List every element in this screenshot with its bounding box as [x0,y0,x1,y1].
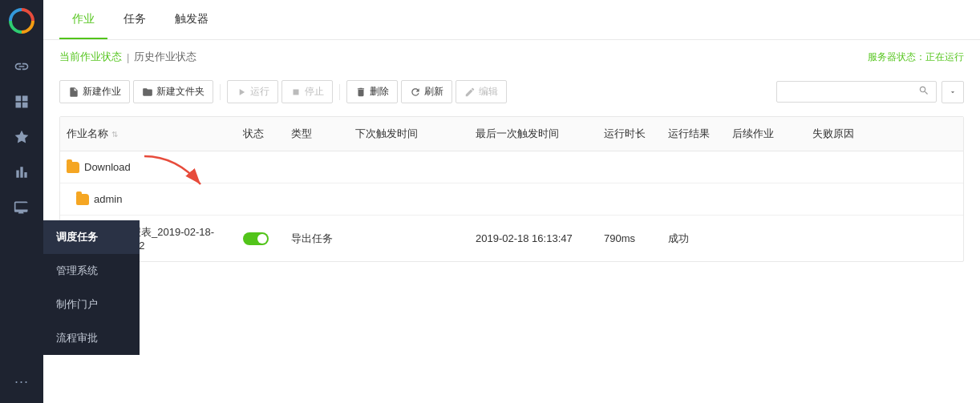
top-nav: 作业 任务 触发器 [43,0,980,40]
row-followup-cell [726,236,806,242]
row-type-cell [285,164,349,171]
sidebar-icon-chart[interactable] [6,156,38,188]
row-last-trigger-cell [469,164,597,171]
col-header-last-trigger: 最后一次触发时间 [469,123,597,144]
row-last-trigger-cell [469,196,597,203]
col-header-followup: 后续作业 [726,123,806,144]
sidebar-more-dots[interactable]: ··· [14,373,29,390]
toolbar: 新建作业 新建文件夹 运行 停止 删除 刷新 [59,74,964,110]
row-type-cell [285,196,349,203]
row-duration-cell [597,196,662,203]
col-header-fail-reason: 失败原因 [806,123,886,144]
server-status-value: 正在运行 [925,51,964,62]
col-header-duration: 运行时长 [597,123,662,144]
col-header-name: 作业名称 ⇅ [60,123,237,144]
menu-item-workflow[interactable]: 流程审批 [43,321,140,355]
table-row[interactable]: ↑ 动态报表_2019-02-18-161342 导出任务 2019-02-18… [60,216,963,261]
main-content: 作业 任务 触发器 当前作业状态 | 历史作业状态 服务器状态：正在运行 新建作… [43,0,980,403]
col-header-type: 类型 [285,123,349,144]
row-result-cell: 成功 [662,228,726,249]
row-next-trigger-cell [349,164,469,171]
row-followup-cell [726,196,806,203]
row-name: Download [84,161,131,173]
sort-icon[interactable]: ⇅ [111,130,118,139]
menu-item-portal[interactable]: 制作门户 [43,288,140,321]
menu-item-manage[interactable]: 管理系统 [43,254,140,288]
new-folder-label: 新建文件夹 [156,85,205,99]
stop-label: 停止 [305,85,324,99]
folder-icon [67,162,79,173]
row-followup-cell [726,164,806,171]
tab-jobs[interactable]: 作业 [59,1,107,39]
row-name-cell: admin [60,190,237,208]
search-dropdown-button[interactable] [942,81,964,103]
col-header-next-trigger: 下次触发时间 [349,123,469,144]
table-row[interactable]: admin [60,183,963,216]
stop-button[interactable]: 停止 [281,80,333,103]
search-icon[interactable] [918,85,929,99]
status-toggle[interactable] [243,232,269,245]
row-name-cell: Download [60,158,237,176]
sidebar-icon-grid[interactable] [6,86,38,118]
edit-label: 编辑 [479,85,498,99]
refresh-label: 刷新 [424,85,443,99]
row-result-cell [662,196,726,203]
new-folder-button[interactable]: 新建文件夹 [133,80,213,103]
row-status-cell [237,164,285,171]
current-status-link[interactable]: 当前作业状态 [59,50,122,64]
new-job-button[interactable]: 新建作业 [59,80,130,103]
table-header: 作业名称 ⇅ 状态 类型 下次触发时间 最后一次触发时间 运行时长 运行结果 后… [60,117,963,151]
row-fail-reason-cell [806,164,886,171]
history-status-link[interactable]: 历史作业状态 [134,50,196,64]
row-next-trigger-cell [349,196,469,203]
content-area: 当前作业状态 | 历史作业状态 服务器状态：正在运行 新建作业 新建文件夹 运行 [43,40,980,403]
search-box[interactable] [776,81,937,103]
toolbar-sep-2 [339,84,340,100]
popup-menu: 调度任务 管理系统 制作门户 流程审批 [43,220,140,355]
sidebar-icon-link[interactable] [6,50,38,83]
toolbar-sep-1 [220,84,221,100]
row-name: admin [94,193,122,205]
row-status-toggle-cell[interactable] [237,229,285,248]
tab-tasks[interactable]: 任务 [111,1,159,39]
sidebar: ··· 调度任务 管理系统 制作门户 流程审批 [0,0,43,403]
new-job-label: 新建作业 [83,85,121,99]
server-status-label: 服务器状态： [868,51,925,62]
tab-triggers[interactable]: 触发器 [162,1,221,39]
row-type-cell: 导出任务 [285,228,349,249]
search-input[interactable] [784,87,918,98]
sidebar-icon-monitor[interactable] [6,191,38,224]
table-row[interactable]: Download [60,151,963,183]
delete-button[interactable]: 删除 [346,80,398,103]
server-status: 服务器状态：正在运行 [868,50,964,64]
row-fail-reason-cell [806,236,886,242]
run-label: 运行 [250,85,269,99]
row-result-cell [662,164,726,171]
folder-icon [76,194,89,205]
sub-nav: 当前作业状态 | 历史作业状态 服务器状态：正在运行 [59,50,964,64]
run-button[interactable]: 运行 [227,80,278,103]
row-last-trigger-cell: 2019-02-18 16:13:47 [469,229,597,248]
col-header-status: 状态 [237,123,285,144]
menu-item-schedule[interactable]: 调度任务 [43,220,140,254]
row-fail-reason-cell [806,196,886,203]
logo[interactable] [7,6,36,50]
edit-button[interactable]: 编辑 [456,80,507,103]
sidebar-icon-star[interactable] [6,121,38,153]
row-next-trigger-cell [349,236,469,242]
sub-nav-separator: | [127,51,129,63]
jobs-table: 作业名称 ⇅ 状态 类型 下次触发时间 最后一次触发时间 运行时长 运行结果 后… [59,116,964,262]
row-duration-cell: 790ms [597,229,662,248]
col-header-result: 运行结果 [662,123,726,144]
delete-label: 删除 [370,85,389,99]
row-status-cell [237,196,285,203]
refresh-button[interactable]: 刷新 [401,80,452,103]
row-duration-cell [597,164,662,171]
